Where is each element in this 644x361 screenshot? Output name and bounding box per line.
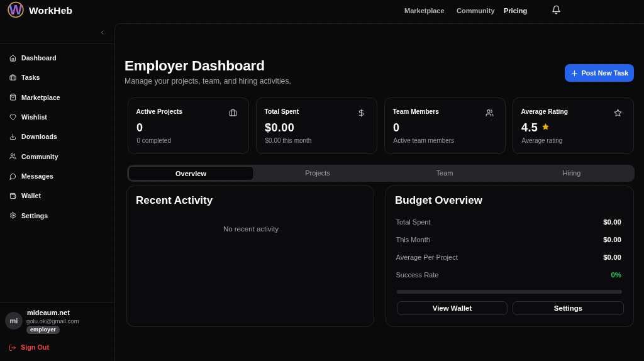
- svg-text:W: W: [9, 2, 23, 18]
